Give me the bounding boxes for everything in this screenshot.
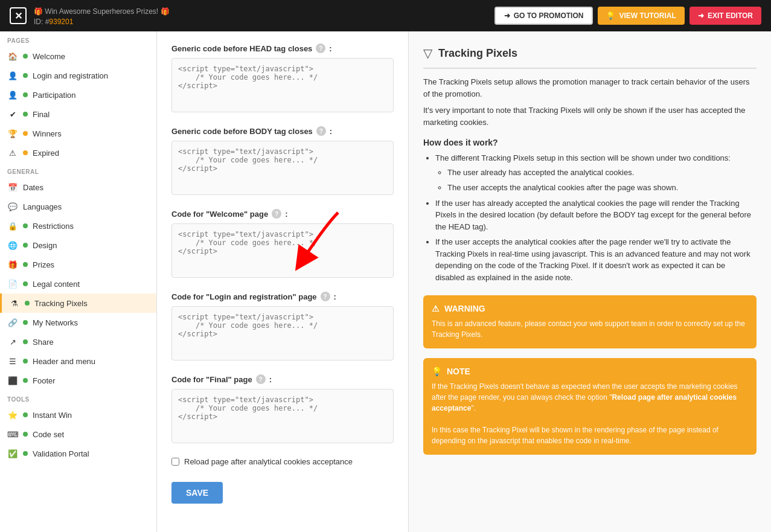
sidebar-item-footer[interactable]: ⬛ Footer bbox=[0, 371, 156, 390]
status-dot bbox=[23, 378, 28, 383]
pages-section-label: PAGES bbox=[0, 31, 156, 46]
field-head-section: Generic code before HEAD tag closes ? : bbox=[171, 43, 394, 114]
sidebar-item-label: Login and registration bbox=[33, 71, 108, 80]
close-button[interactable]: ✕ bbox=[10, 7, 27, 24]
field-body-textarea[interactable] bbox=[171, 141, 394, 195]
warning-card: ⚠ WARNING This is an advanced feature, p… bbox=[423, 295, 757, 348]
sidebar-item-validation-portal[interactable]: ✅ Validation Portal bbox=[0, 444, 156, 463]
sidebar-item-welcome[interactable]: 🏠 Welcome bbox=[0, 46, 156, 66]
share-icon: ↗ bbox=[7, 336, 18, 347]
filter-icon: ⚗ bbox=[9, 298, 20, 309]
field-body-section: Generic code before BODY tag closes ? : bbox=[171, 126, 394, 197]
sidebar-item-prizes[interactable]: 🎁 Prizes bbox=[0, 255, 156, 274]
sidebar: PAGES 🏠 Welcome 👤 Login and registration… bbox=[0, 31, 157, 532]
sidebar-item-languages[interactable]: 💬 Languages bbox=[0, 197, 156, 216]
info-title: Tracking Pixels bbox=[438, 47, 517, 60]
promotion-title: 🎁 Win Awesome Superheroes Prizes! 🎁 bbox=[34, 7, 170, 16]
sidebar-item-instant-win[interactable]: ⭐ Instant Win bbox=[0, 405, 156, 425]
gift-icon: 🎁 bbox=[7, 259, 18, 270]
help-icon[interactable]: ? bbox=[316, 126, 326, 136]
note-card-header: 💡 NOTE bbox=[432, 367, 748, 376]
sidebar-item-label: Instant Win bbox=[33, 411, 72, 420]
sidebar-item-dates[interactable]: 📅 Dates bbox=[0, 178, 156, 197]
footer-icon: ⬛ bbox=[7, 375, 18, 386]
calendar-icon: 📅 bbox=[7, 182, 18, 193]
exit-editor-button[interactable]: ➜ EXIT EDITOR bbox=[689, 7, 761, 25]
field-welcome-section: Code for "Welcome" page ? : bbox=[171, 209, 394, 280]
field-head-label: Generic code before HEAD tag closes ? : bbox=[171, 43, 394, 53]
sidebar-item-label: Final bbox=[33, 110, 50, 119]
sidebar-item-label: Validation Portal bbox=[33, 449, 89, 458]
sidebar-item-design[interactable]: 🌐 Design bbox=[0, 236, 156, 255]
page-title: 🎁 Win Awesome Superheroes Prizes! 🎁 ID: … bbox=[34, 5, 487, 26]
help-icon[interactable]: ? bbox=[321, 292, 330, 301]
status-dot bbox=[23, 412, 28, 417]
warning-icon: ⚠ bbox=[7, 147, 18, 158]
goto-promotion-button[interactable]: ➜ GO TO PROMOTION bbox=[494, 7, 593, 25]
warning-card-header: ⚠ WARNING bbox=[432, 304, 748, 313]
sidebar-item-label: Header and menu bbox=[33, 357, 95, 366]
filter-icon: ▽ bbox=[423, 46, 432, 60]
arrow-right-icon: ➜ bbox=[504, 11, 510, 20]
sidebar-item-label: Dates bbox=[23, 183, 43, 192]
home-icon: 🏠 bbox=[7, 51, 18, 62]
sidebar-item-restrictions[interactable]: 🔒 Restrictions bbox=[0, 216, 156, 236]
field-final-textarea[interactable] bbox=[171, 389, 394, 443]
field-login-textarea[interactable] bbox=[171, 306, 394, 361]
sidebar-item-winners[interactable]: 🏆 Winners bbox=[0, 124, 156, 143]
status-dot bbox=[23, 92, 28, 97]
list-item: The user already has accepted the analyt… bbox=[447, 167, 757, 179]
reload-checkbox-label[interactable]: Reload page after analytical cookies acc… bbox=[184, 457, 353, 466]
field-head-textarea[interactable] bbox=[171, 58, 394, 112]
sidebar-item-label: Restrictions bbox=[33, 222, 74, 231]
note-card-body: If the Tracking Pixels doesn't behave as… bbox=[432, 381, 748, 446]
status-dot bbox=[23, 339, 28, 344]
tools-section-label: TOOLS bbox=[0, 390, 156, 405]
code-icon: ⌨ bbox=[7, 429, 18, 440]
lightbulb-icon: 💡 bbox=[432, 367, 442, 376]
sidebar-item-share[interactable]: ↗ Share bbox=[0, 332, 156, 351]
reload-checkbox[interactable] bbox=[171, 458, 179, 466]
help-icon[interactable]: ? bbox=[256, 374, 266, 384]
status-dot bbox=[23, 150, 28, 155]
status-dot bbox=[23, 262, 28, 267]
sidebar-item-code-set[interactable]: ⌨ Code set bbox=[0, 425, 156, 444]
sidebar-item-label: Languages bbox=[23, 202, 62, 211]
note-card: 💡 NOTE If the Tracking Pixels doesn't be… bbox=[423, 358, 757, 455]
sidebar-item-participation[interactable]: 👤 Participation bbox=[0, 85, 156, 104]
sidebar-item-label: Footer bbox=[33, 376, 56, 385]
save-button[interactable]: SAVE bbox=[171, 482, 223, 504]
sub-bullets: The user already has accepted the analyt… bbox=[435, 167, 757, 194]
trophy-icon: 🏆 bbox=[7, 128, 18, 139]
status-dot bbox=[23, 432, 28, 437]
status-dot bbox=[23, 131, 28, 136]
view-tutorial-button[interactable]: 💡 VIEW TUTORIAL bbox=[598, 7, 684, 25]
status-dot bbox=[23, 73, 28, 78]
help-icon[interactable]: ? bbox=[272, 209, 281, 219]
field-welcome-textarea[interactable] bbox=[171, 223, 394, 278]
sidebar-item-expired[interactable]: ⚠ Expired bbox=[0, 143, 156, 162]
sidebar-item-header-menu[interactable]: ☰ Header and menu bbox=[0, 351, 156, 371]
info-panel: ▽ Tracking Pixels The Tracking Pixels se… bbox=[409, 31, 771, 532]
info-desc1: The Tracking Pixels setup allows the pro… bbox=[423, 76, 757, 100]
field-final-section: Code for "Final" page ? : bbox=[171, 374, 394, 445]
general-section-label: GENERAL bbox=[0, 162, 156, 178]
field-final-label: Code for "Final" page ? : bbox=[171, 374, 394, 384]
list-item: The user accepts the analytical cookies … bbox=[447, 182, 757, 194]
sidebar-item-final[interactable]: ✔ Final bbox=[0, 104, 156, 124]
list-item: The different Tracking Pixels setup in t… bbox=[435, 152, 757, 194]
info-header: ▽ Tracking Pixels bbox=[423, 46, 757, 69]
warning-icon: ⚠ bbox=[432, 304, 440, 313]
sidebar-item-login[interactable]: 👤 Login and registration bbox=[0, 66, 156, 85]
field-login-label: Code for "Login and registration" page ?… bbox=[171, 292, 394, 301]
sidebar-item-label: Winners bbox=[33, 129, 62, 138]
sidebar-item-mynetworks[interactable]: 🔗 My Networks bbox=[0, 313, 156, 332]
sidebar-item-tracking-pixels[interactable]: ⚗ Tracking Pixels bbox=[0, 293, 156, 313]
status-dot bbox=[23, 359, 28, 364]
field-body-label: Generic code before BODY tag closes ? : bbox=[171, 126, 394, 136]
sidebar-item-label: Welcome bbox=[33, 52, 65, 61]
help-icon[interactable]: ? bbox=[316, 43, 325, 53]
sidebar-item-legal[interactable]: 📄 Legal content bbox=[0, 274, 156, 293]
main-layout: PAGES 🏠 Welcome 👤 Login and registration… bbox=[0, 31, 771, 532]
star-icon: ⭐ bbox=[7, 409, 18, 420]
